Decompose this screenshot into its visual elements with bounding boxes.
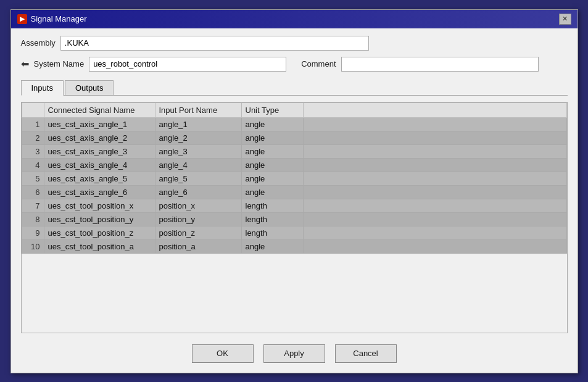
assembly-label: Assembly	[21, 38, 56, 48]
cell-signal: ues_cst_tool_position_z	[44, 226, 155, 239]
cell-signal: ues_cst_axis_angle_1	[44, 117, 155, 131]
comment-label: Comment	[301, 59, 336, 69]
cell-port: position_x	[155, 199, 241, 212]
table-row: 9 ues_cst_tool_position_z position_z len…	[22, 226, 566, 239]
cell-num: 9	[22, 226, 44, 239]
cell-num: 4	[22, 158, 44, 172]
cell-unit: length	[241, 226, 303, 239]
cell-unit: angle	[241, 172, 303, 185]
cell-extra	[303, 158, 566, 172]
cell-port: angle_5	[155, 172, 241, 185]
cell-signal: ues_cst_tool_position_a	[44, 239, 155, 253]
tab-outputs[interactable]: Outputs	[65, 80, 114, 95]
table-row: 2 ues_cst_axis_angle_2 angle_2 angle	[22, 131, 566, 144]
table-body: 1 ues_cst_axis_angle_1 angle_1 angle 2 u…	[22, 117, 566, 253]
cell-signal: ues_cst_tool_position_x	[44, 199, 155, 212]
cell-extra	[303, 117, 566, 131]
title-bar: ▶ Signal Manager ✕	[11, 10, 578, 28]
cell-unit: length	[241, 199, 303, 212]
app-icon: ▶	[17, 14, 27, 24]
tab-inputs[interactable]: Inputs	[21, 80, 64, 96]
cell-extra	[303, 185, 566, 199]
cell-port: position_a	[155, 239, 241, 253]
apply-button[interactable]: Apply	[263, 344, 325, 363]
table-row: 4 ues_cst_axis_angle_4 angle_4 angle	[22, 158, 566, 172]
table-row: 7 ues_cst_tool_position_x position_x len…	[22, 199, 566, 212]
cell-num: 8	[22, 212, 44, 226]
cell-signal: ues_cst_axis_angle_6	[44, 185, 155, 199]
cell-port: angle_4	[155, 158, 241, 172]
table-row: 5 ues_cst_axis_angle_5 angle_5 angle	[22, 172, 566, 185]
cell-port: angle_2	[155, 131, 241, 144]
table-row: 1 ues_cst_axis_angle_1 angle_1 angle	[22, 117, 566, 131]
cell-num: 1	[22, 117, 44, 131]
cell-unit: angle	[241, 158, 303, 172]
cell-port: position_z	[155, 226, 241, 239]
back-arrow-icon[interactable]: ⬅	[21, 58, 29, 70]
cell-signal: ues_cst_axis_angle_5	[44, 172, 155, 185]
cell-signal: ues_cst_axis_angle_2	[44, 131, 155, 144]
cell-extra	[303, 131, 566, 144]
table-header-row: Connected Signal Name Input Port Name Un…	[22, 102, 566, 117]
cell-unit: angle	[241, 144, 303, 158]
cell-port: position_y	[155, 212, 241, 226]
dialog-body: Assembly ⬅ System Name Comment Inputs Ou…	[11, 28, 578, 373]
signal-manager-dialog: ▶ Signal Manager ✕ Assembly ⬅ System Nam…	[10, 9, 578, 373]
cell-num: 7	[22, 199, 44, 212]
table-row: 8 ues_cst_tool_position_y position_y len…	[22, 212, 566, 226]
table-wrapper[interactable]: Connected Signal Name Input Port Name Un…	[22, 102, 567, 333]
system-name-input[interactable]	[89, 57, 286, 72]
cell-unit: angle	[241, 239, 303, 253]
cell-num: 6	[22, 185, 44, 199]
cell-port: angle_1	[155, 117, 241, 131]
cell-signal: ues_cst_axis_angle_4	[44, 158, 155, 172]
col-header-port: Input Port Name	[155, 102, 241, 117]
table-row: 3 ues_cst_axis_angle_3 angle_3 angle	[22, 144, 566, 158]
system-name-label: System Name	[34, 59, 85, 69]
title-bar-left: ▶ Signal Manager	[17, 14, 87, 24]
cell-extra	[303, 144, 566, 158]
col-header-num	[22, 102, 44, 117]
cell-extra	[303, 226, 566, 239]
comment-input[interactable]	[341, 57, 539, 72]
cell-unit: angle	[241, 131, 303, 144]
col-header-extra	[303, 102, 566, 117]
footer-buttons: OK Apply Cancel	[21, 339, 568, 365]
assembly-input[interactable]	[60, 36, 369, 51]
cell-num: 2	[22, 131, 44, 144]
cell-num: 10	[22, 239, 44, 253]
cell-signal: ues_cst_tool_position_y	[44, 212, 155, 226]
cell-unit: length	[241, 212, 303, 226]
cell-signal: ues_cst_axis_angle_3	[44, 144, 155, 158]
cell-extra	[303, 199, 566, 212]
cell-extra	[303, 239, 566, 253]
signal-table-container: Connected Signal Name Input Port Name Un…	[21, 102, 568, 333]
system-name-row: ⬅ System Name Comment	[21, 57, 568, 72]
cancel-button[interactable]: Cancel	[335, 344, 397, 363]
dialog-title: Signal Manager	[31, 14, 87, 23]
assembly-row: Assembly	[21, 36, 568, 51]
signal-table: Connected Signal Name Input Port Name Un…	[22, 102, 567, 254]
cell-port: angle_3	[155, 144, 241, 158]
cell-unit: angle	[241, 185, 303, 199]
cell-extra	[303, 212, 566, 226]
close-button[interactable]: ✕	[559, 14, 571, 25]
cell-unit: angle	[241, 117, 303, 131]
col-header-unit: Unit Type	[241, 102, 303, 117]
cell-num: 5	[22, 172, 44, 185]
table-row: 10 ues_cst_tool_position_a position_a an…	[22, 239, 566, 253]
cell-num: 3	[22, 144, 44, 158]
cell-extra	[303, 172, 566, 185]
col-header-signal: Connected Signal Name	[44, 102, 155, 117]
ok-button[interactable]: OK	[192, 344, 254, 363]
cell-port: angle_6	[155, 185, 241, 199]
tabs-row: Inputs Outputs	[21, 80, 568, 96]
table-row: 6 ues_cst_axis_angle_6 angle_6 angle	[22, 185, 566, 199]
